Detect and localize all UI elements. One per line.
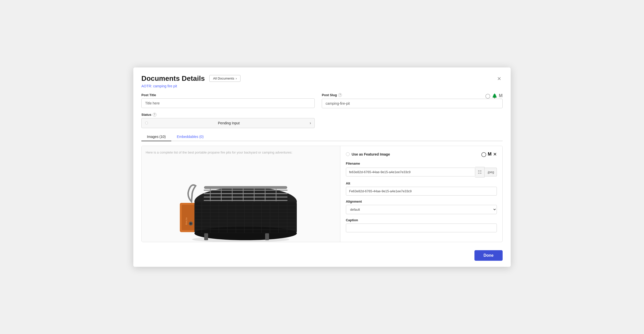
featured-label: Use as Featured Image [346,152,390,156]
post-title-label: Post Title [141,93,315,97]
svg-rect-39 [265,233,269,240]
status-dropdown[interactable]: Pending Input › [141,118,315,128]
all-documents-label: All Documents [213,77,234,80]
all-documents-button[interactable]: All Documents › [209,75,240,82]
status-label: Status [141,113,151,117]
images-panel: Here is a complete list of the best port… [141,146,503,242]
image-preview-area: Here is a complete list of the best port… [142,146,340,242]
documents-details-modal: Documents Details All Documents › × AOTR… [133,67,511,267]
filename-icon-btn[interactable]: ☷ [475,167,485,177]
featured-radio[interactable] [346,152,350,156]
alt-input[interactable] [346,187,497,196]
image-meta-panel: Use as Featured Image ◯ M ✕ Filename ☷ .… [340,146,502,242]
svg-rect-38 [204,233,208,240]
modal-title: Documents Details [141,75,205,83]
modal-footer: Done [141,248,503,261]
image-placeholder: BioLite [146,157,336,242]
post-slug-help-icon[interactable]: ? [338,93,342,97]
featured-image-row: Use as Featured Image ◯ M ✕ [346,152,497,157]
alt-field: Alt [346,181,497,196]
post-title-col: Post Title [141,93,315,108]
filename-field: Filename ☷ .jpeg [346,162,497,177]
filename-ext: .jpeg [485,168,497,176]
fire-icon: 🌲 [492,93,497,99]
caption-field: Caption [346,218,497,232]
image-caption-text: Here is a complete list of the best port… [146,151,336,154]
svg-text:BioLite: BioLite [185,217,188,225]
wordpress-icon: ◯ [485,93,490,99]
featured-label-text: Use as Featured Image [352,152,390,156]
svg-point-42 [190,222,192,225]
aotr-link[interactable]: AOTR: camping fire pit [141,84,503,88]
tabs-row: Images (10) Embeddables (0) [141,133,503,141]
tab-embeddables[interactable]: Embeddables (0) [171,133,209,141]
close-button[interactable]: × [496,75,503,82]
title-slug-row: Post Title Post Slug ? ◯ 🌲 M [141,93,503,108]
alt-label: Alt [346,181,497,185]
status-row: Status ? Pending Input › [141,113,503,128]
done-button[interactable]: Done [474,250,503,261]
status-chevron-icon: › [310,121,311,125]
post-slug-label: Post Slug [322,93,337,97]
post-slug-input[interactable] [322,99,503,108]
featured-fire-icon: ✕ [493,152,497,157]
featured-wp-icon: ◯ [481,152,486,157]
post-title-input[interactable] [141,98,315,108]
status-value: Pending Input [218,121,239,125]
header-left: Documents Details All Documents › [141,75,240,83]
alignment-label: Alignment [346,200,497,203]
status-help-icon[interactable]: ? [153,113,156,117]
svg-point-5 [194,226,297,240]
post-slug-col: Post Slug ? ◯ 🌲 M [322,93,503,108]
all-documents-arrow: › [236,77,237,80]
alignment-select[interactable]: default left center right [346,205,497,214]
filename-row: ☷ .jpeg [346,167,497,177]
post-slug-icons: ◯ 🌲 M [485,93,503,99]
featured-icons: ◯ M ✕ [481,152,497,157]
slug-label-row: Post Slug ? ◯ 🌲 M [322,93,503,99]
fire-pit-image: BioLite [170,164,311,242]
modal-header: Documents Details All Documents › × [141,75,503,83]
filename-label: Filename [346,162,497,165]
svg-rect-26 [204,186,287,189]
caption-input[interactable] [346,224,497,232]
status-dot [145,122,148,124]
filename-input[interactable] [346,168,475,176]
featured-m-icon: M [488,152,492,157]
medium-icon: M [499,93,503,98]
alignment-field: Alignment default left center right [346,200,497,214]
tab-images[interactable]: Images (10) [141,133,171,141]
caption-label: Caption [346,218,497,222]
